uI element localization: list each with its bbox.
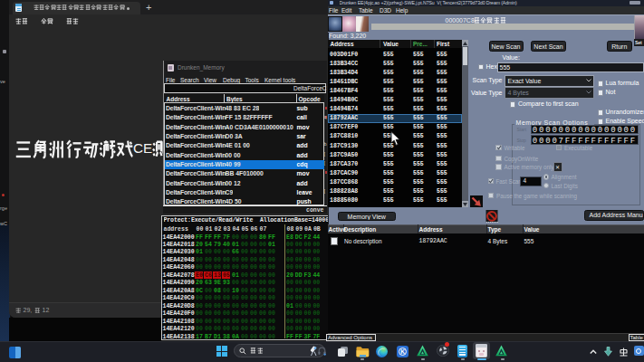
svg-text:CE: CE [133,140,152,156]
